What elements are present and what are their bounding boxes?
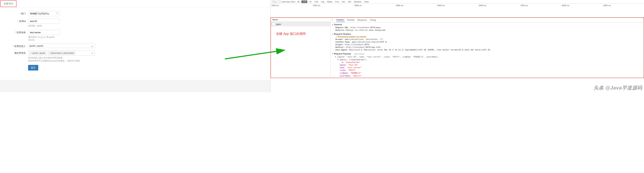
filter-font[interactable]: Font bbox=[334, 1, 340, 3]
tick: 7000 ms bbox=[520, 5, 561, 7]
filter-css[interactable]: CSS bbox=[314, 1, 319, 3]
admin-tag[interactable]: ×apollo | apollo bbox=[29, 51, 46, 55]
tab-response[interactable]: Response bbox=[357, 18, 367, 22]
devtools-panel: Filter Hide data URLs All XHR JS CSS Img… bbox=[270, 0, 644, 92]
create-project-form: *部门 样例部门1(TEST1) *应用Id (应用唯一标识) *应用 bbox=[0, 7, 270, 80]
tick: 9000 ms bbox=[602, 5, 644, 7]
label-admins: 项目管理员 bbox=[14, 52, 26, 54]
request-detail: × Headers Preview Response Timing Genera… bbox=[330, 18, 644, 78]
label-owner: 应用负责人 bbox=[14, 45, 26, 48]
page-title: 创建项目 bbox=[0, 0, 16, 7]
request-list-header[interactable]: Name bbox=[271, 18, 330, 22]
payload-tree: ▼{appId: "test-02", name: "test-server",… bbox=[332, 55, 642, 77]
view-source-link[interactable]: view source bbox=[354, 53, 364, 55]
request-name: apps bbox=[276, 23, 281, 26]
hide-dataurls-checkbox[interactable] bbox=[279, 1, 281, 3]
admins-multiselect[interactable]: ×apollo | apollo ×diaozhatian | diaozhat… bbox=[28, 51, 95, 56]
filter-doc[interactable]: Doc bbox=[341, 1, 346, 3]
filter-manifest[interactable]: Manifest bbox=[353, 1, 362, 3]
filter-img[interactable]: Img bbox=[320, 1, 325, 3]
tick: 4000 ms bbox=[395, 5, 436, 7]
label-appname: 应用名称 bbox=[16, 31, 26, 34]
admins-hint: (应用负责人默认具有项目管理员权限， 项目管理员可以创建Namespace和集群… bbox=[28, 56, 95, 62]
footer-area bbox=[0, 80, 270, 92]
tick: 1000 ms bbox=[270, 5, 312, 7]
label-dept: 部门 bbox=[21, 12, 26, 15]
filter-ws[interactable]: WS bbox=[347, 1, 352, 3]
filter-other[interactable]: Other bbox=[363, 1, 370, 3]
network-body: Name apps 创建 App 接口的调用 × Headers Preview… bbox=[270, 18, 644, 78]
provisional-warning: Provisional headers are shown bbox=[332, 36, 642, 38]
remove-tag-icon[interactable]: × bbox=[49, 52, 50, 54]
tab-preview[interactable]: Preview bbox=[347, 18, 355, 22]
section-request-payload[interactable]: Request Payloadview source bbox=[332, 52, 642, 55]
appid-input[interactable] bbox=[28, 19, 60, 24]
detail-tabs: × Headers Preview Response Timing bbox=[330, 18, 644, 23]
tick: 2000 ms bbox=[312, 5, 354, 7]
watermark-text: 头条 @Java芋道源码 bbox=[594, 85, 642, 91]
devtools-filter-bar: Filter Hide data URLs All XHR JS CSS Img… bbox=[270, 0, 644, 4]
dept-select[interactable]: 样例部门1(TEST1) bbox=[28, 11, 60, 16]
document-icon bbox=[272, 23, 275, 26]
filter-media[interactable]: Media bbox=[326, 1, 333, 3]
tab-headers[interactable]: Headers bbox=[336, 18, 345, 22]
appid-hint: (应用唯一标识) bbox=[28, 25, 60, 28]
tick: 6000 ms bbox=[478, 5, 519, 7]
tick: 3000 ms bbox=[354, 5, 395, 7]
tick: 8000 ms bbox=[561, 5, 602, 7]
hide-dataurls-label: Hide data URLs bbox=[282, 1, 296, 3]
appname-hint: (建议格式 xx-yy-zz 例:apollo-server) bbox=[28, 36, 60, 41]
filter-js[interactable]: JS bbox=[308, 1, 312, 3]
waterfall-timeline[interactable]: 1000 ms 2000 ms 3000 ms 4000 ms 5000 ms … bbox=[270, 4, 644, 18]
submit-button[interactable]: 提交 bbox=[28, 65, 38, 71]
create-project-panel: 创建项目 *部门 样例部门1(TEST1) *应用Id (应用唯一标识) bbox=[0, 0, 270, 92]
close-icon[interactable]: × bbox=[331, 19, 334, 21]
tab-timing[interactable]: Timing bbox=[370, 18, 376, 22]
request-row[interactable]: apps bbox=[271, 22, 330, 26]
owner-select[interactable]: apollo | apollo bbox=[28, 44, 95, 48]
filter-all[interactable]: All bbox=[296, 1, 300, 3]
appname-input[interactable] bbox=[28, 30, 60, 35]
request-list: Name apps 创建 App 接口的调用 bbox=[271, 18, 330, 78]
section-general[interactable]: General bbox=[332, 23, 642, 26]
tick: 5000 ms bbox=[436, 5, 478, 7]
admin-tag[interactable]: ×diaozhatian | diaozhatian bbox=[48, 51, 75, 55]
filter-input[interactable]: Filter bbox=[272, 0, 278, 3]
section-request-headers[interactable]: Request Headers bbox=[332, 33, 642, 36]
filter-xhr[interactable]: XHR bbox=[302, 1, 307, 3]
remove-tag-icon[interactable]: × bbox=[30, 52, 32, 54]
annotation-text: 创建 App 接口的调用 bbox=[276, 32, 330, 36]
label-appid: 应用Id bbox=[19, 20, 26, 23]
